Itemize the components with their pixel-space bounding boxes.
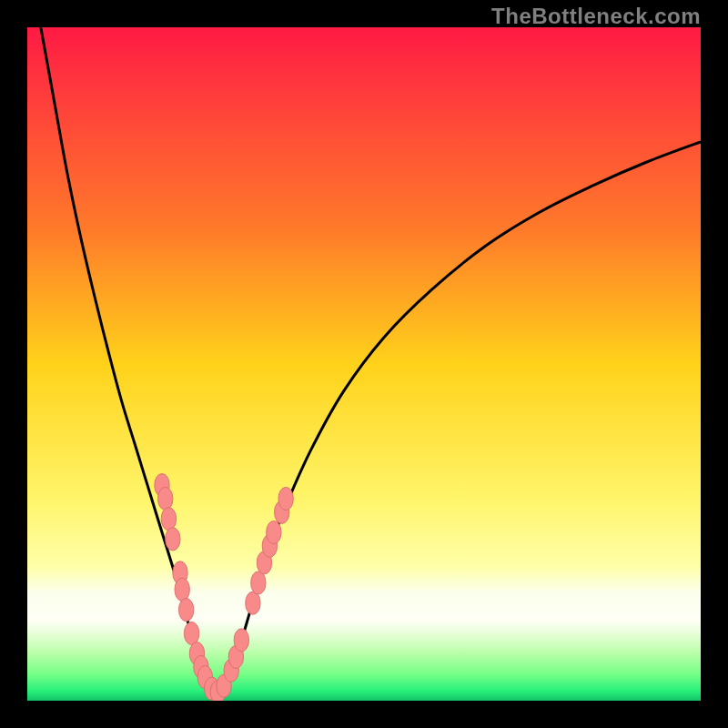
curve-right-branch [216,142,701,694]
marker-point [158,487,173,510]
watermark-text: TheBottleneck.com [491,4,701,29]
marker-point [184,622,198,644]
marker-point [175,578,189,601]
chart-svg [27,27,701,701]
marker-point [267,521,281,543]
curve-left-branch [41,27,216,694]
marker-point [251,571,266,594]
marker-point [166,528,180,551]
plot-area [27,27,701,701]
marker-point [179,599,194,622]
chart-frame: TheBottleneck.com [0,0,728,728]
marker-point [161,508,176,531]
marker-point [234,629,248,652]
marker-point [246,592,260,614]
marker-point [278,487,293,510]
